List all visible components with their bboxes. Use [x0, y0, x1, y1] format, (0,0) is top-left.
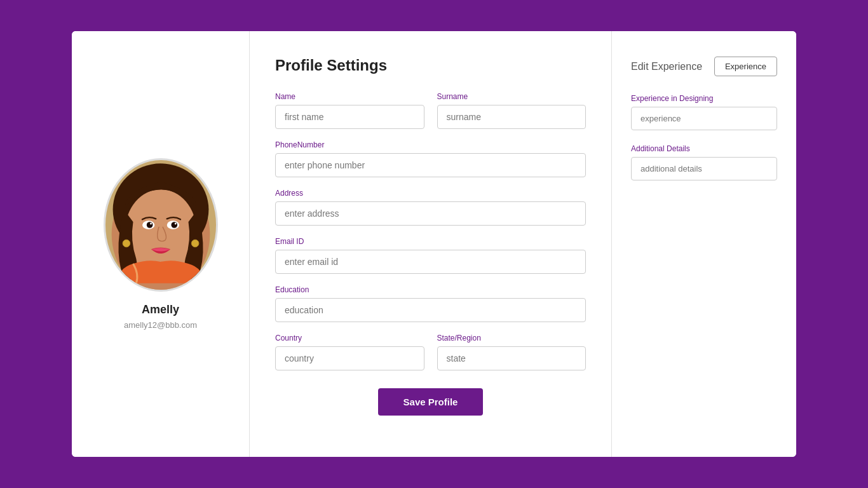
phone-input[interactable] — [275, 153, 586, 177]
email-label: Email ID — [275, 237, 586, 246]
svg-point-8 — [174, 223, 176, 225]
user-email: amelly12@bbb.com — [124, 320, 197, 330]
surname-group: Surname — [437, 92, 587, 129]
country-group: Country — [275, 334, 424, 370]
email-input[interactable] — [275, 250, 586, 274]
education-row: Education — [275, 285, 586, 322]
surname-input[interactable] — [437, 105, 587, 129]
address-label: Address — [275, 189, 586, 198]
user-name: Amelly — [142, 303, 179, 316]
additional-group: Additional Details — [631, 144, 777, 180]
experience-input[interactable] — [631, 107, 777, 130]
location-row: Country State/Region — [275, 334, 586, 370]
address-input[interactable] — [275, 201, 586, 226]
page-title: Profile Settings — [275, 57, 586, 74]
state-group: State/Region — [437, 334, 587, 370]
education-input[interactable] — [275, 298, 586, 322]
state-input[interactable] — [437, 346, 587, 370]
experience-label: Experience in Designing — [631, 94, 777, 103]
svg-point-10 — [191, 240, 199, 247]
main-card: Amelly amelly12@bbb.com Profile Settings… — [72, 31, 796, 457]
country-input[interactable] — [275, 346, 424, 370]
right-header: Edit Experience Experience — [631, 57, 777, 76]
right-panel: Edit Experience Experience Experience in… — [612, 31, 796, 457]
email-row: Email ID — [275, 237, 586, 274]
additional-input[interactable] — [631, 157, 777, 180]
avatar — [104, 158, 218, 292]
address-group: Address — [275, 189, 586, 226]
address-row: Address — [275, 189, 586, 226]
svg-point-7 — [150, 223, 152, 225]
edit-experience-title: Edit Experience — [631, 61, 702, 72]
education-label: Education — [275, 285, 586, 294]
svg-point-6 — [171, 222, 177, 228]
experience-button[interactable]: Experience — [714, 57, 777, 76]
surname-label: Surname — [437, 92, 587, 101]
phone-group: PhoneNumber — [275, 140, 586, 177]
middle-panel: Profile Settings Name Surname PhoneNumbe… — [250, 31, 612, 457]
name-row: Name Surname — [275, 92, 586, 129]
additional-label: Additional Details — [631, 144, 777, 153]
phone-row: PhoneNumber — [275, 140, 586, 177]
name-group: Name — [275, 92, 424, 129]
country-label: Country — [275, 334, 424, 342]
left-panel: Amelly amelly12@bbb.com — [72, 31, 250, 457]
save-button[interactable]: Save Profile — [378, 388, 484, 416]
svg-point-9 — [123, 240, 130, 247]
svg-point-5 — [146, 222, 153, 228]
phone-label: PhoneNumber — [275, 140, 586, 149]
state-label: State/Region — [437, 334, 587, 342]
experience-group: Experience in Designing — [631, 94, 777, 130]
first-name-input[interactable] — [275, 105, 424, 129]
email-group: Email ID — [275, 237, 586, 274]
name-label: Name — [275, 92, 424, 101]
education-group: Education — [275, 285, 586, 322]
